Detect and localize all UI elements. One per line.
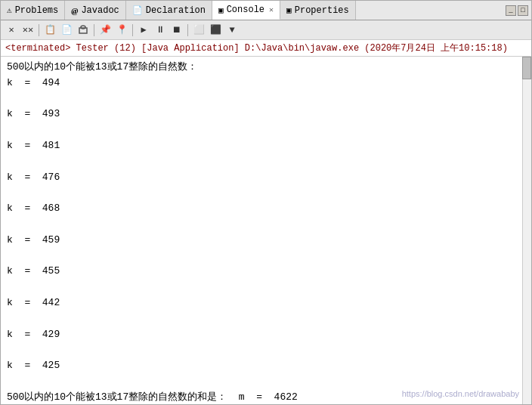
problems-icon: ⚠ — [7, 5, 12, 15]
scrollbar-thumb[interactable] — [522, 57, 531, 79]
console-line — [7, 122, 525, 138]
maximize-button[interactable]: □ — [518, 5, 528, 16]
scrollbar-track[interactable] — [522, 57, 531, 404]
status-text: <terminated> Tester (12) [Java Applicati… — [5, 43, 508, 54]
clear-button[interactable]: ✕ — [4, 23, 19, 38]
status-line: <terminated> Tester (12) [Java Applicati… — [1, 40, 531, 57]
tab-declaration-label: Declaration — [146, 5, 206, 16]
console-line: k = 429 — [7, 327, 525, 343]
console-line: k = 494 — [7, 76, 525, 91]
tab-javadoc-label: Javadoc — [81, 5, 119, 16]
console-line: k = 425 — [7, 358, 525, 374]
console-output[interactable]: 500以内的10个能被13或17整除的自然数：k = 494 k = 493 k… — [1, 57, 531, 404]
tab-console-label: Console — [227, 5, 264, 15]
svg-rect-1 — [81, 26, 85, 29]
javadoc-icon: @ — [71, 6, 78, 15]
clear-all-button[interactable]: ✕✕ — [20, 23, 36, 38]
console-line: k = 455 — [7, 264, 525, 280]
scroll-lock-button[interactable] — [76, 23, 91, 38]
console-line: k = 493 — [7, 107, 525, 122]
toolbar-separator-3 — [132, 24, 133, 36]
pin2-button[interactable]: 📍 — [114, 23, 129, 38]
tab-properties[interactable]: ▣ Properties — [280, 1, 356, 20]
tab-console[interactable]: ▣ Console ✕ — [212, 1, 280, 20]
console-line — [7, 374, 525, 390]
console-line: k = 459 — [7, 233, 525, 249]
console-line — [7, 311, 525, 327]
console-line: k = 442 — [7, 295, 525, 311]
console-line: 500以内的10个能被13或17整除的自然数： — [7, 60, 525, 76]
tab-javadoc[interactable]: @ Javadoc — [65, 1, 126, 20]
console-line — [7, 154, 525, 170]
stop-button[interactable]: ⏹ — [169, 23, 184, 38]
console-line: k = 481 — [7, 138, 525, 154]
console-icon: ▣ — [218, 5, 224, 15]
toolbar-separator-2 — [94, 24, 94, 36]
main-window: ⚠ Problems @ Javadoc 📄 Declaration ▣ Con… — [0, 0, 532, 405]
paste-button[interactable]: 📄 — [59, 23, 74, 38]
tab-declaration[interactable]: 📄 Declaration — [126, 1, 212, 20]
tab-bar: ⚠ Problems @ Javadoc 📄 Declaration ▣ Con… — [1, 1, 531, 20]
declaration-icon: 📄 — [132, 5, 143, 15]
dropdown-button[interactable]: ▼ — [224, 23, 240, 38]
scroll-lock-icon — [78, 25, 88, 36]
properties-icon: ▣ — [286, 5, 292, 15]
console-line — [7, 249, 525, 264]
watermark: https://blog.csdn.net/drawababy — [402, 389, 519, 398]
window-controls: _ □ — [503, 1, 531, 20]
toolbar: ✕ ✕✕ 📋 📄 📌 📍 ▶ ⏸ ⏹ ⬜ ⬛ ▼ — [1, 20, 531, 40]
console-line — [7, 217, 525, 233]
tab-problems[interactable]: ⚠ Problems — [1, 1, 65, 20]
console-line — [7, 342, 525, 358]
view2-button[interactable]: ⬛ — [208, 23, 223, 38]
run-button[interactable]: ▶ — [136, 23, 151, 38]
toolbar-separator-4 — [187, 24, 188, 36]
tab-problems-label: Problems — [15, 5, 59, 16]
console-line: k = 476 — [7, 170, 525, 186]
tab-properties-label: Properties — [295, 5, 349, 16]
copy-button[interactable]: 📋 — [42, 23, 57, 38]
console-line — [7, 91, 525, 107]
view-button[interactable]: ⬜ — [191, 23, 206, 38]
console-line: k = 468 — [7, 201, 525, 217]
console-line — [7, 185, 525, 201]
toolbar-separator-1 — [39, 24, 39, 36]
run2-button[interactable]: ⏸ — [153, 23, 168, 38]
minimize-button[interactable]: _ — [506, 5, 516, 16]
console-close-icon[interactable]: ✕ — [269, 5, 274, 14]
console-line — [7, 280, 525, 295]
pin-button[interactable]: 📌 — [97, 23, 113, 38]
